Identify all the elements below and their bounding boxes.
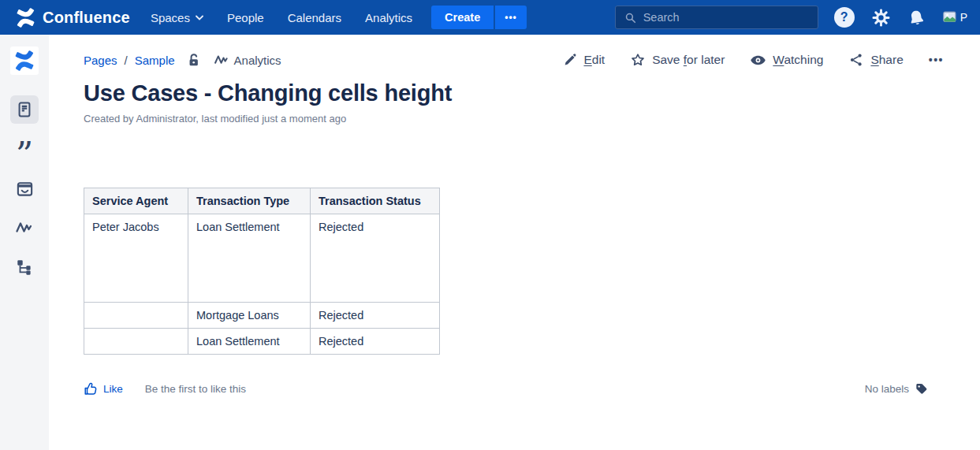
avatar-letter: P [960,11,967,24]
top-navigation-bar: Confluence Spaces People Calendars Analy… [0,0,980,35]
page-byline: Created by Administrator, last modified … [84,113,944,125]
share-button[interactable]: Share [848,52,903,68]
save-for-later-label: Save for later [652,53,725,67]
table-cell: Loan Settlement [188,214,311,303]
analytics-pulse-icon [15,218,34,237]
table-cell: Loan Settlement [188,329,311,355]
page-title: Use Cases - Changing cells height [84,80,944,106]
page-header-row: Pages / Sample Analytics [84,50,944,69]
content-table: Service Agent Transaction Type Transacti… [84,188,440,355]
gear-icon [871,8,891,28]
help-button[interactable]: ? [834,7,855,28]
watching-button[interactable]: Watching [750,52,823,69]
nav-calendars-label: Calendars [288,11,341,24]
table-header-transaction-type: Transaction Type [188,188,311,214]
page-footer: Like Be the first to like this No labels [84,381,944,396]
nav-spaces[interactable]: Spaces [151,11,203,24]
table-row: Peter Jacobs Loan Settlement Rejected [84,214,440,303]
search-box[interactable] [615,6,818,29]
user-avatar[interactable]: P [942,9,967,26]
page-actions: Edit Save for later Wa [563,52,944,69]
like-section: Like Be the first to like this [84,381,246,396]
eye-icon [750,52,766,69]
table-row: Mortgage Loans Rejected [84,303,440,329]
page-analytics-button[interactable]: Analytics [214,52,281,68]
share-label: Share [870,53,903,67]
thumbs-up-icon [84,381,99,396]
table-header-transaction-status: Transaction Status [311,188,440,214]
table-header-row: Service Agent Transaction Type Transacti… [84,188,440,214]
table-cell: Rejected [311,329,440,355]
table-cell [84,303,188,329]
confluence-home-link[interactable]: Confluence [16,8,130,28]
brand-text: Confluence [43,9,130,27]
table-cell: Rejected [311,214,440,303]
notifications-button[interactable] [907,9,926,27]
like-hint: Be the first to like this [145,383,246,395]
sidebar-item-blog[interactable]: ” [10,135,39,163]
share-icon [848,52,864,68]
page-content: Pages / Sample Analytics [49,35,980,450]
more-actions-button[interactable]: ••• [929,54,944,66]
space-logo-icon [14,50,35,71]
broken-image-icon [942,9,960,26]
labels-section: No labels [865,382,928,396]
hierarchy-tree-icon [16,258,33,276]
help-icon: ? [834,7,855,28]
sidebar-item-calendars[interactable] [10,174,39,203]
labels-text: No labels [865,383,909,395]
table-cell: Mortgage Loans [188,303,311,329]
calendar-icon [16,180,34,198]
watching-label: Watching [773,53,823,67]
table-header-service-agent: Service Agent [84,188,188,214]
create-button[interactable]: Create [431,6,494,29]
nav-spaces-label: Spaces [151,11,190,24]
quotes-icon: ” [16,147,34,163]
page-analytics-label: Analytics [234,54,281,67]
settings-button[interactable] [871,8,891,28]
confluence-logo-icon [16,8,35,28]
pages-icon [16,101,33,118]
nav-analytics-label: Analytics [365,11,412,24]
table-cell: Rejected [311,303,440,329]
space-logo[interactable] [10,46,39,75]
nav-analytics[interactable]: Analytics [365,11,412,24]
star-icon [630,52,646,68]
unlock-icon [187,53,202,68]
table-cell [84,329,188,355]
edit-button[interactable]: Edit [563,53,605,67]
sidebar-item-analytics[interactable] [10,214,39,242]
nav-people-label: People [227,11,264,24]
breadcrumb-separator: / [125,54,128,67]
save-for-later-button[interactable]: Save for later [630,52,725,68]
like-label: Like [103,383,123,395]
breadcrumb-pages-link[interactable]: Pages [84,54,117,67]
breadcrumb: Pages / Sample Analytics [84,52,281,68]
sidebar-item-pages[interactable] [10,95,39,124]
create-button-group: Create ••• [431,6,527,29]
edit-label: Edit [583,53,605,67]
space-sidebar: ” [0,35,49,450]
sidebar-item-space-tools[interactable] [10,253,39,281]
primary-nav: Spaces People Calendars Analytics [151,11,412,24]
like-button[interactable]: Like [84,381,123,396]
create-more-button[interactable]: ••• [494,6,527,29]
breadcrumb-sample-link[interactable]: Sample [135,54,175,67]
bell-icon [907,9,926,27]
chevron-down-icon [196,15,203,20]
search-input[interactable] [643,11,810,24]
restrictions-button[interactable] [187,53,202,68]
search-icon [624,11,637,24]
nav-calendars[interactable]: Calendars [288,11,341,24]
tag-icon[interactable] [915,382,928,396]
topbar-icons: ? [834,7,967,28]
analytics-pulse-icon [214,52,229,68]
pencil-icon [563,53,577,67]
nav-people[interactable]: People [227,11,264,24]
table-cell: Peter Jacobs [84,214,188,303]
table-row: Loan Settlement Rejected [84,329,440,355]
